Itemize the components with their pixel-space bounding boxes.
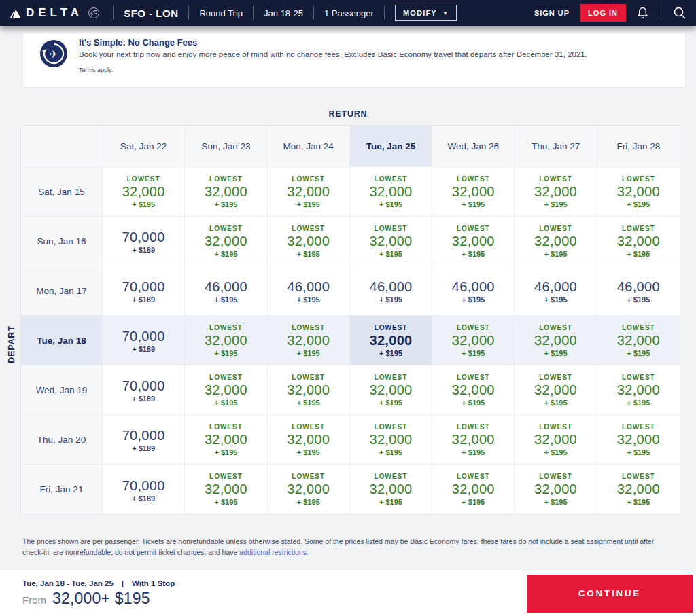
fare-cell[interactable]: 46,000+ $195 [268, 266, 350, 316]
miles-price: 32,000 [205, 184, 247, 200]
fare-cell[interactable]: LOWEST32,000+ $195 [185, 217, 267, 266]
fare-cell[interactable]: LOWEST32,000+ $195 [185, 316, 267, 365]
lowest-badge: LOWEST [292, 473, 325, 480]
depart-date-text: Sat, Jan 15 [38, 187, 84, 197]
fare-cell[interactable]: 46,000+ $195 [350, 266, 432, 316]
fare-cell[interactable]: LOWEST32,000+ $195 [432, 415, 515, 465]
fare-cell[interactable]: LOWEST32,000+ $195 [597, 365, 680, 415]
delta-triangle-icon [10, 8, 21, 18]
additional-restrictions-link[interactable]: additional restrictions. [239, 548, 309, 556]
nav-divider [113, 6, 114, 20]
fare-cell[interactable]: LOWEST32,000+ $195 [268, 217, 350, 266]
fare-cell[interactable]: LOWEST32,000+ $195 [432, 167, 515, 217]
fare-cell[interactable]: LOWEST32,000+ $195 [432, 217, 515, 266]
miles-price: 32,000 [617, 184, 660, 200]
miles-price: 32,000 [287, 382, 330, 398]
nav-divider [661, 5, 661, 20]
lowest-badge: LOWEST [292, 324, 325, 331]
fare-cell[interactable]: LOWEST32,000+ $195 [515, 217, 597, 266]
depart-date-label: Sat, Jan 15 [21, 167, 103, 217]
fare-cell[interactable]: LOWEST32,000+ $195 [185, 167, 267, 217]
miles-price: 32,000 [534, 482, 577, 497]
no-change-fees-banner: ✈ It's Simple: No Change Fees Book your … [22, 33, 686, 88]
fare-cell[interactable]: LOWEST32,000+ $195 [185, 415, 267, 465]
fare-cell[interactable]: 70,000+ $189 [103, 415, 185, 465]
return-date-label: Mon, Jan 24 [283, 141, 334, 151]
lowest-badge: LOWEST [457, 473, 490, 480]
fare-cell[interactable]: LOWEST32,000+ $195 [350, 217, 432, 266]
fare-cell[interactable]: LOWEST32,000+ $195 [432, 365, 515, 415]
fare-cell[interactable]: LOWEST32,000+ $195 [103, 167, 185, 217]
lowest-badge: LOWEST [292, 423, 325, 431]
fare-cell[interactable]: LOWEST32,000+ $195 [597, 217, 680, 266]
sign-up-link[interactable]: SIGN UP [534, 9, 570, 17]
fare-cell[interactable]: 70,000+ $189 [103, 365, 185, 415]
cash-price: + $195 [627, 200, 650, 209]
fare-cell[interactable]: 70,000+ $189 [103, 266, 185, 316]
fare-cell[interactable]: 46,000+ $195 [597, 266, 680, 316]
miles-price: 32,000 [534, 432, 577, 448]
top-navbar: DELTA SFO - LON Round Trip Jan 18-25 1 P… [0, 0, 696, 26]
lowest-badge: LOWEST [292, 374, 325, 381]
svg-text:✈: ✈ [50, 48, 58, 60]
fare-cell[interactable]: LOWEST32,000+ $195 [350, 167, 432, 217]
fare-cell[interactable]: LOWEST32,000+ $195 [268, 415, 350, 465]
fare-cell[interactable]: LOWEST32,000+ $195 [432, 465, 515, 514]
notification-bell-icon[interactable] [636, 6, 649, 20]
depart-date-label: Mon, Jan 17 [21, 266, 103, 316]
miles-price: 32,000 [617, 333, 660, 348]
log-in-button[interactable]: LOG IN [580, 4, 626, 22]
fare-cell[interactable]: LOWEST32,000+ $195 [268, 465, 350, 514]
passenger-summary: 1 Passenger [324, 8, 374, 18]
lowest-badge: LOWEST [127, 175, 160, 183]
fare-cell[interactable]: LOWEST32,000+ $195 [268, 167, 350, 217]
terms-apply-link[interactable]: Terms apply. [79, 67, 113, 73]
cash-price: + $195 [214, 200, 237, 209]
miles-price: 32,000 [205, 482, 247, 497]
return-date-header: Sun, Jan 23 [185, 126, 267, 167]
fare-cell[interactable]: LOWEST32,000+ $195 [432, 316, 515, 365]
fare-cell[interactable]: LOWEST32,000+ $195 [515, 167, 597, 217]
continue-button[interactable]: CONTINUE [527, 575, 693, 613]
fare-cell[interactable]: LOWEST32,000+ $195 [268, 365, 350, 415]
fare-cell[interactable]: LOWEST32,000+ $195 [350, 365, 432, 415]
lowest-badge: LOWEST [539, 324, 572, 331]
fare-cell[interactable]: LOWEST32,000+ $195 [268, 316, 350, 365]
fare-cell[interactable]: 70,000+ $189 [103, 316, 185, 365]
fare-cell[interactable]: LOWEST32,000+ $195 [350, 415, 432, 465]
lowest-badge: LOWEST [539, 225, 572, 232]
fare-cell[interactable]: LOWEST32,000+ $195 [597, 316, 680, 365]
fare-cell[interactable]: LOWEST32,000+ $195 [185, 465, 267, 514]
search-icon[interactable] [673, 6, 686, 20]
cash-price: + $195 [462, 349, 485, 357]
fare-cell[interactable]: LOWEST32,000+ $195 [350, 465, 432, 514]
delta-logo[interactable]: DELTA [10, 6, 100, 20]
return-date-label: Wed, Jan 26 [448, 141, 500, 151]
fare-cell[interactable]: LOWEST32,000+ $195 [515, 316, 597, 365]
fare-cell[interactable]: 70,000+ $189 [103, 465, 185, 514]
miles-price: 32,000 [287, 432, 330, 448]
modify-button[interactable]: MODIFY ▼ [395, 5, 457, 21]
fare-cell[interactable]: 46,000+ $195 [515, 266, 597, 316]
fare-cell[interactable]: 46,000+ $195 [432, 266, 515, 316]
fare-cell[interactable]: LOWEST32,000+ $195 [597, 415, 680, 465]
fare-cell[interactable]: LOWEST32,000+ $195 [597, 167, 680, 217]
fare-cell[interactable]: 70,000+ $189 [103, 217, 185, 266]
fare-cell[interactable]: LOWEST32,000+ $195 [185, 365, 267, 415]
fare-cell[interactable]: LOWEST32,000+ $195 [515, 415, 597, 465]
fare-cell[interactable]: 46,000+ $195 [185, 266, 267, 316]
cash-price: + $195 [462, 295, 485, 304]
fare-cell[interactable]: LOWEST32,000+ $195 [597, 465, 680, 514]
route-summary: SFO - LON [124, 7, 178, 19]
miles-price: 70,000 [122, 230, 165, 245]
cash-price: + $195 [544, 399, 568, 407]
lowest-badge: LOWEST [209, 423, 243, 431]
fare-cell[interactable]: LOWEST32,000+ $195 [515, 365, 597, 415]
miles-price: 32,000 [452, 382, 495, 398]
depart-date-text: Sun, Jan 16 [37, 236, 86, 247]
fare-cell-selected[interactable]: LOWEST32,000+ $195 [350, 316, 432, 365]
fare-cell[interactable]: LOWEST32,000+ $195 [515, 465, 597, 514]
lowest-badge: LOWEST [209, 225, 243, 232]
date-range-summary: Jan 18-25 [264, 8, 303, 18]
cash-price: + $189 [132, 494, 155, 503]
